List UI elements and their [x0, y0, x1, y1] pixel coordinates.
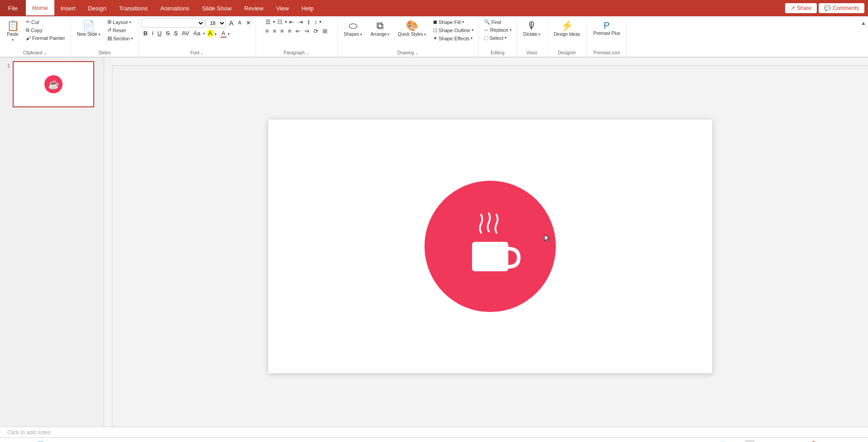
highlight-button[interactable]: A ▾ — [206, 29, 218, 37]
font-label[interactable]: Font ⌄ — [190, 50, 204, 57]
share-button[interactable]: ↗ Share — [785, 3, 817, 13]
align-left-button[interactable]: ≡ — [264, 27, 271, 35]
shape-fill-button[interactable]: ◼ Shape Fill ▾ — [431, 18, 476, 26]
tab-help[interactable]: Help — [295, 0, 320, 16]
tab-view[interactable]: View — [270, 0, 295, 16]
slide-thumbnail[interactable]: ☕ — [13, 61, 94, 107]
shape-effects-button[interactable]: ✦ Shape Effects ▾ — [431, 34, 476, 42]
clipboard-label[interactable]: Clipboard ⌄ — [23, 50, 47, 57]
find-button[interactable]: 🔍 Find — [482, 18, 514, 26]
designer-label[interactable]: Designer — [558, 50, 576, 57]
copy-button[interactable]: ⧉ Copy — [24, 26, 68, 34]
change-case-button[interactable]: Aa — [192, 29, 203, 37]
voice-label[interactable]: Voice — [526, 50, 537, 57]
bullets-button[interactable]: ☰ — [264, 18, 273, 26]
para-row-1: ☰ ▾ ☷ ▾ ⇤ ⇥ ⫿ ↕ ▾ — [264, 18, 322, 26]
ribbon: 📋 Paste ▾ ✂ Cut ⧉ Copy 🖌 Format P — [0, 16, 868, 58]
slide-number: 1 — [4, 63, 10, 68]
voice-group: 🎙 Dictate ▾ Voice — [517, 18, 547, 57]
increase-indent-button[interactable]: ⇥ — [296, 18, 305, 26]
premast-icon: P — [604, 21, 610, 30]
align-right-button[interactable]: ≡ — [279, 27, 286, 35]
font-color-button[interactable]: A ▾ — [219, 29, 231, 37]
line-spacing-button[interactable]: ↕ — [313, 18, 319, 26]
slides-label[interactable]: Slides — [98, 50, 111, 57]
slideshow-button[interactable]: ▶ — [782, 440, 792, 442]
coffee-circle — [424, 181, 556, 312]
premast-items: P Premast Plus — [590, 18, 624, 50]
reset-button[interactable]: ↺ Reset — [105, 26, 136, 34]
ltr-button[interactable]: ⇒ — [303, 27, 311, 35]
format-painter-button[interactable]: 🖌 Format Painter — [24, 34, 68, 42]
canvas-scroll[interactable] — [112, 66, 868, 427]
slide-canvas[interactable] — [268, 120, 712, 373]
paste-button[interactable]: 📋 Paste ▾ — [3, 18, 23, 45]
font-grow-button[interactable]: A — [227, 18, 235, 28]
para-row-2: ≡ ≡ ≡ ≡ ⇐ ⇒ ⟳ ⊞ — [264, 27, 329, 35]
strikethrough-button[interactable]: S — [164, 29, 172, 37]
normal-view-button[interactable]: ⊞ — [745, 440, 755, 442]
new-slide-button[interactable]: 📄 New Slide ▾ — [73, 18, 104, 39]
section-button[interactable]: ▤ Section ▾ — [105, 34, 136, 42]
font-size-select[interactable]: 18 — [206, 19, 226, 28]
slide-sorter-button[interactable]: ⊟ — [757, 440, 767, 442]
horizontal-ruler — [112, 58, 868, 66]
ribbon-content: 📋 Paste ▾ ✂ Cut ⧉ Copy 🖌 Format P — [0, 16, 868, 57]
editing-label[interactable]: Editing — [491, 50, 505, 57]
font-clear-button[interactable]: ✕ — [244, 19, 253, 28]
tab-slideshow[interactable]: Slide Show — [196, 0, 238, 16]
tab-animations[interactable]: Animations — [154, 0, 196, 16]
paragraph-label[interactable]: Paragraph ⌄ — [284, 50, 309, 57]
font-name-select[interactable] — [141, 19, 205, 28]
new-slide-expand-icon: ▾ — [98, 32, 101, 37]
char-spacing-button[interactable]: AV — [180, 29, 191, 37]
cut-button[interactable]: ✂ Cut — [24, 18, 68, 26]
slide-panel: 1 ☕ — [0, 58, 104, 427]
bold-button[interactable]: B — [141, 29, 149, 37]
thumb-coffee-icon: ☕ — [48, 79, 59, 90]
italic-button[interactable]: I — [150, 29, 155, 37]
align-center-button[interactable]: ≡ — [271, 27, 278, 35]
design-ideas-button[interactable]: ⚡ Design Ideas — [550, 18, 583, 39]
underline-button[interactable]: U — [156, 29, 164, 37]
tab-home[interactable]: Home — [26, 0, 54, 16]
cut-icon: ✂ — [26, 19, 30, 25]
shape-fill-icon: ◼ — [433, 19, 437, 25]
numbering-button[interactable]: ☷ — [275, 18, 285, 26]
tab-transitions[interactable]: Transitions — [113, 0, 154, 16]
tab-insert[interactable]: Insert — [54, 0, 82, 16]
smart-art-button[interactable]: ⊞ — [321, 27, 329, 35]
drawing-expand-icon: ⌄ — [415, 51, 419, 55]
tab-design[interactable]: Design — [82, 0, 112, 16]
shadow-button[interactable]: S — [172, 29, 180, 37]
premast-label[interactable]: Premast.com — [593, 50, 620, 57]
select-button[interactable]: ⬚ Select ▾ — [482, 34, 514, 42]
comments-button[interactable]: 💬 Comments — [819, 3, 864, 13]
arrange-icon: ⧉ — [376, 21, 384, 31]
columns-button[interactable]: ⫿ — [305, 18, 312, 26]
decrease-indent-button[interactable]: ⇤ — [287, 18, 296, 26]
shape-outline-button[interactable]: ◻ Shape Outline ▾ — [431, 26, 476, 34]
justify-button[interactable]: ≡ — [286, 27, 293, 35]
designer-group: ⚡ Design Ideas Designer — [547, 18, 587, 57]
drawing-label[interactable]: Drawing ⌄ — [397, 50, 419, 57]
rtl-button[interactable]: ⇐ — [294, 27, 302, 35]
layout-button[interactable]: ⊞ Layout ▾ — [105, 18, 136, 26]
shapes-button[interactable]: ⬭ Shapes ▾ — [340, 18, 366, 39]
main-area: 1 ☕ — [0, 58, 868, 427]
font-row-2: B I U S S AV Aa ▾ A ▾ A ▾ — [141, 29, 231, 37]
tab-review[interactable]: Review — [238, 0, 270, 16]
replace-button[interactable]: ↔ Replace ▾ — [482, 26, 514, 34]
font-shrink-button[interactable]: A — [236, 19, 243, 27]
quick-styles-button[interactable]: 🎨 Quick Styles ▾ — [394, 18, 430, 39]
paragraph-items: ☰ ▾ ☷ ▾ ⇤ ⇥ ⫿ ↕ ▾ ≡ ≡ ≡ ≡ ⇐ ⇒ ⟳ — [264, 18, 329, 50]
ribbon-collapse[interactable]: ▲ — [859, 18, 868, 57]
text-direction-button[interactable]: ⟳ — [312, 27, 320, 35]
tab-file[interactable]: File — [0, 0, 26, 16]
copy-icon: ⧉ — [26, 27, 29, 33]
dictate-button[interactable]: 🎙 Dictate ▾ — [520, 18, 544, 39]
reading-view-button[interactable]: 📖 — [768, 440, 781, 442]
arrange-button[interactable]: ⧉ Arrange ▾ — [367, 18, 394, 39]
paste-icon: 📋 — [7, 21, 19, 31]
premast-plus-button[interactable]: P Premast Plus — [590, 18, 624, 38]
